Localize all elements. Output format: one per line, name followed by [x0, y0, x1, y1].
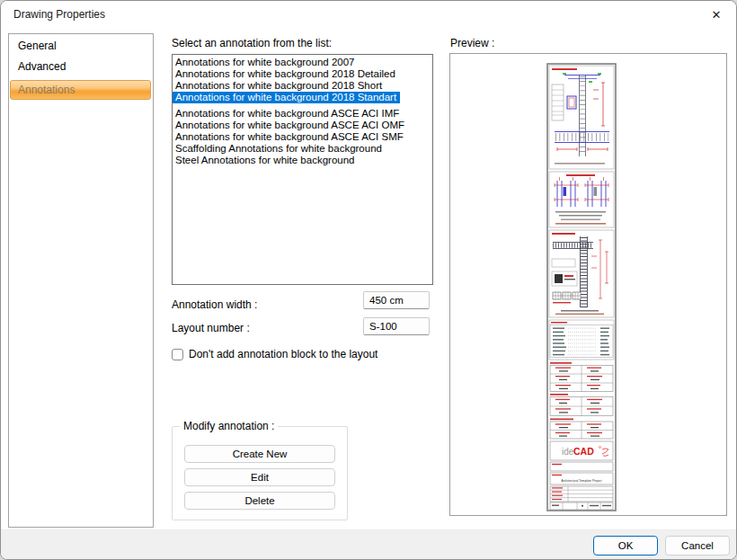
cancel-button[interactable]: Cancel [665, 536, 730, 556]
annotation-width-label: Annotation width : [172, 298, 257, 311]
dont-add-annotation-row: Don't add annotation block to the layout [172, 348, 377, 360]
dont-add-annotation-label: Don't add annotation block to the layout [189, 348, 377, 360]
modify-annotation-group-label: Modify annotation : [180, 420, 278, 432]
preview-logo-prefix: ide [562, 447, 574, 457]
preview-label: Preview : [450, 37, 494, 49]
annotation-list-item[interactable]: Annotations for white background 2007 [173, 57, 432, 68]
annotation-width-input[interactable] [363, 291, 430, 309]
preview-image: ide CAD Architectural Template Project [546, 63, 617, 511]
preview-panel-legend [549, 320, 614, 360]
annotation-listbox[interactable]: Annotations for white background 2007 An… [172, 54, 433, 285]
preview-project-title-block: Architectural Template Project [550, 473, 613, 484]
modify-annotation-group: Modify annotation : Create New Edit Dele… [172, 426, 348, 520]
preview-panel-tables [550, 362, 613, 439]
preview-blank-block [550, 462, 613, 471]
annotation-list-item[interactable]: Annotations for white background 2018 Sh… [173, 80, 432, 92]
sidebar-item-general[interactable]: General [9, 35, 153, 57]
annotation-list-item[interactable]: Annotations for white background ASCE AC… [173, 120, 432, 131]
create-new-button[interactable]: Create New [184, 445, 335, 463]
layout-number-input[interactable] [363, 317, 430, 335]
annotation-list-item[interactable]: Annotations for white background 2018 De… [173, 68, 432, 80]
annotation-list-item[interactable]: Scaffolding Annotations for white backgr… [173, 143, 432, 155]
annotation-list-item[interactable]: Annotations for white background ASCE AC… [173, 108, 432, 120]
preview-revision-table [550, 486, 613, 502]
layout-number-label: Layout number : [172, 322, 250, 334]
annotation-list-item[interactable]: Annotations for white background 2018 St… [173, 92, 400, 103]
preview-logo-suffix: CAD [573, 446, 594, 457]
preview-panel: ide CAD Architectural Template Project [449, 53, 727, 516]
preview-logo-block: ide CAD [550, 441, 613, 460]
preview-panel-elevation [549, 230, 614, 317]
edit-button[interactable]: Edit [184, 468, 335, 486]
preview-panel-beam-column [549, 66, 614, 169]
annotation-list-label: Select an annotation from the list: [172, 37, 332, 49]
delete-button[interactable]: Delete [184, 492, 335, 510]
sidebar-item-advanced[interactable]: Advanced [9, 56, 153, 77]
dont-add-annotation-checkbox[interactable] [172, 349, 183, 360]
ok-button[interactable]: OK [593, 536, 658, 556]
sidebar: General Advanced Annotations [8, 33, 154, 528]
title-bar[interactable]: Drawing Properties ✕ [1, 1, 736, 28]
window-title: Drawing Properties [13, 8, 105, 21]
sidebar-item-annotations[interactable]: Annotations [10, 80, 151, 100]
drawing-properties-dialog: Drawing Properties ✕ General Advanced An… [0, 0, 737, 560]
annotation-list-item[interactable]: Steel Annotations for white background [173, 155, 432, 166]
preview-project-title: Architectural Template Project [562, 479, 602, 483]
preview-info-row [550, 502, 613, 510]
annotation-list-item[interactable]: Annotations for white background ASCE AC… [173, 131, 432, 143]
close-icon[interactable]: ✕ [707, 6, 725, 24]
preview-panel-sections [549, 172, 614, 227]
